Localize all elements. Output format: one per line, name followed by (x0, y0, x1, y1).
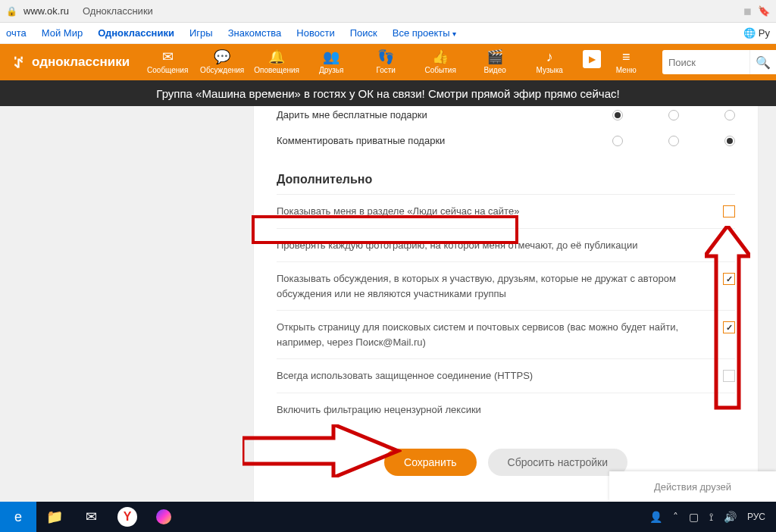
mailru-link-ok[interactable]: Одноклассники (98, 27, 174, 39)
nav-play[interactable]: ▶ (577, 50, 607, 75)
settings-panel: Дарить мне бесплатные подарки Комментиро… (254, 99, 758, 506)
ok-logo-icon: ꑇ (11, 52, 27, 72)
tray-lang[interactable]: РУС (747, 512, 765, 522)
checkbox-https[interactable] (723, 370, 735, 382)
lock-icon: 🔒 (6, 6, 17, 17)
radio-gifts-opt3[interactable] (724, 110, 735, 120)
promo-banner[interactable]: Группа «Машина времени» в гостях у ОК на… (0, 80, 776, 106)
check-row-https: Всегда использовать защищенное соединени… (277, 358, 735, 393)
taskbar-mail[interactable]: ✉ (73, 502, 109, 532)
check-row-photo-tag: Проверять каждую фотографию, на которой … (277, 228, 735, 262)
url-text: www.ok.ru (23, 5, 69, 17)
search-icon: 🔍 (756, 55, 771, 70)
nav-friends[interactable]: 👥Друзья (304, 50, 358, 75)
taskbar-alisa[interactable] (146, 502, 182, 532)
extension-icon[interactable]: ◼ (743, 5, 752, 17)
nav-discussions[interactable]: 💬Обсуждения (195, 50, 249, 75)
additional-header: Дополнительно (277, 154, 735, 194)
mailru-link-news[interactable]: Новости (296, 27, 334, 39)
check-row-profanity: Включить фильтрацию нецензурной лексики (277, 393, 735, 427)
tray-people-icon[interactable]: 👤 (649, 511, 662, 523)
mailru-link-mail[interactable]: очта (6, 27, 27, 39)
mailru-link-moimir[interactable]: Мой Мир (42, 27, 83, 39)
windows-taskbar: e 📁 ✉ Y 👤 ˄ ▢ ⟟ 🔊 РУС (0, 502, 776, 532)
tray-battery-icon[interactable]: ▢ (689, 511, 699, 523)
mailru-link-search[interactable]: Поиск (350, 27, 377, 39)
nav-guests[interactable]: 👣Гости (358, 50, 413, 75)
check-row-online: Показывать меня в разделе «Люди сейчас н… (277, 194, 735, 228)
tray-wifi-icon[interactable]: ⟟ (709, 511, 713, 524)
nav-menu[interactable]: ≡Меню (607, 50, 645, 75)
browser-address-bar: 🔒 www.ok.ru Одноклассники ◼ 🔖 (0, 0, 776, 23)
check-row-search-engines: Открыть страницу для поисковых систем и … (277, 310, 735, 358)
nav-notifications[interactable]: 🔔Оповещения (249, 50, 304, 75)
radio-comment-opt1[interactable] (612, 136, 623, 146)
search-input[interactable] (668, 57, 729, 68)
radio-comment-opt3[interactable] (724, 136, 735, 146)
taskbar-yandex[interactable]: Y (109, 502, 146, 532)
nav-music[interactable]: ♪Музыка (522, 50, 577, 75)
checkbox-discussions[interactable] (723, 273, 735, 285)
bookmark-icon[interactable]: 🔖 (758, 5, 770, 17)
checkbox-search-engines[interactable] (723, 321, 735, 333)
radio-gifts-opt1[interactable] (612, 110, 623, 120)
reset-button[interactable]: Сбросить настройки (488, 449, 627, 476)
mailru-top-nav: очта Мой Мир Одноклассники Игры Знакомст… (0, 23, 776, 44)
setting-row-comment-gifts: Комментировать приватные подарки (277, 128, 735, 154)
mailru-link-dating[interactable]: Знакомства (228, 27, 282, 39)
setting-row-gifts: Дарить мне бесплатные подарки (277, 102, 735, 128)
search-box[interactable] (662, 50, 749, 74)
nav-messages[interactable]: ✉Сообщения (140, 50, 195, 75)
ok-site-header: ꑇ одноклассники ✉Сообщения 💬Обсуждения 🔔… (0, 44, 776, 80)
tray-chevron-up-icon[interactable]: ˄ (673, 511, 678, 523)
mailru-link-all-projects[interactable]: Все проекты (393, 27, 456, 39)
nav-events[interactable]: 👍События (413, 50, 468, 75)
tray-volume-icon[interactable]: 🔊 (724, 511, 737, 523)
system-tray: 👤 ˄ ▢ ⟟ 🔊 РУС (639, 511, 776, 524)
checkbox-online[interactable] (723, 205, 735, 217)
save-button[interactable]: Сохранить (384, 449, 477, 476)
check-row-discussions: Показывать обсуждения, в которых я участ… (277, 261, 735, 310)
friends-activity-panel[interactable]: Действия друзей (609, 471, 776, 502)
mailru-link-games[interactable]: Игры (189, 27, 213, 39)
page-body: Дарить мне бесплатные подарки Комментиро… (0, 106, 776, 502)
page-title: Одноклассники (83, 5, 153, 17)
radio-comment-opt2[interactable] (668, 136, 679, 146)
radio-gifts-opt2[interactable] (668, 110, 679, 120)
language-selector[interactable]: 🌐 Ру (743, 27, 770, 39)
nav-video[interactable]: 🎬Видео (468, 50, 522, 75)
taskbar-explorer[interactable]: 📁 (36, 502, 73, 532)
globe-icon: 🌐 (743, 27, 756, 39)
search-button[interactable]: 🔍 (749, 50, 776, 74)
ok-logo[interactable]: ꑇ одноклассники (0, 52, 140, 72)
taskbar-edge[interactable]: e (0, 502, 36, 532)
